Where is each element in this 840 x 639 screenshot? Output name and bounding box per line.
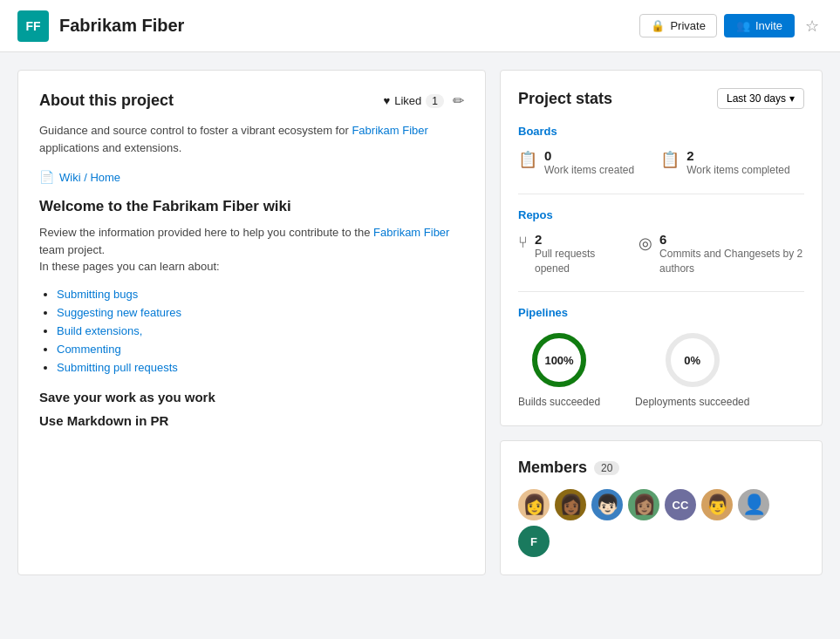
wiki-list: Submitting bugs Suggesting new features …: [39, 288, 464, 374]
liked-count: 1: [426, 94, 444, 108]
avatar[interactable]: 👤: [738, 489, 769, 520]
divider-2: [518, 291, 804, 292]
boards-stat2-number: 2: [686, 148, 789, 163]
members-count: 20: [594, 461, 619, 475]
list-link-5[interactable]: Submitting pull requests: [57, 361, 178, 374]
list-link-3[interactable]: Build extensions,: [57, 324, 142, 337]
builds-circle: 100% Builds succeeded: [518, 330, 600, 408]
members-title: Members: [518, 459, 587, 477]
pipelines-row: 100% Builds succeeded 0% Deployments suc…: [518, 330, 804, 408]
repos-stat-1: ⑂ 2 Pull requests opened: [518, 232, 612, 276]
wiki-footer-2: Use Markdown in PR: [39, 413, 464, 428]
members-header: Members 20: [518, 459, 804, 477]
divider-1: [518, 194, 804, 194]
repos-stat-2: ◎ 6 Commits and Changesets by 2 authors: [639, 232, 804, 276]
boards-stats-row: 📋 0 Work items created 📋 2 Work items co…: [518, 148, 804, 178]
stats-header: Project stats Last 30 days ▾: [518, 88, 804, 109]
stats-title: Project stats: [518, 90, 612, 108]
stats-card: Project stats Last 30 days ▾ Boards 📋 0 …: [500, 70, 823, 426]
about-actions: ♥ Liked 1 ✏: [384, 92, 464, 109]
about-header: About this project ♥ Liked 1 ✏: [39, 92, 464, 110]
desc-plain: Guidance and source control to foster a …: [39, 124, 352, 137]
chevron-down-icon: ▾: [789, 92, 795, 105]
wiki-section-title: Welcome to the Fabrikam Fiber wiki: [39, 198, 464, 215]
deployments-label: Deployments succeeded: [635, 396, 749, 408]
boards-stat1-label: Work items created: [544, 163, 634, 178]
wiki-link-text: Wiki / Home: [59, 171, 120, 184]
repos-stat1-label: Pull requests opened: [535, 247, 612, 276]
boards-stat1-number: 0: [544, 148, 634, 163]
filter-label: Last 30 days: [727, 92, 786, 105]
list-link-2[interactable]: Suggesting new features: [57, 306, 181, 319]
private-label: Private: [670, 19, 705, 32]
boards-stat-1: 📋 0 Work items created: [518, 148, 634, 178]
deployments-pct-text: 0%: [684, 354, 700, 367]
avatar[interactable]: 👦🏻: [591, 489, 623, 520]
header-logo: FF Fabrikam Fiber: [17, 10, 184, 42]
list-item: Submitting pull requests: [57, 361, 464, 374]
pipelines-section-title: Pipelines: [518, 306, 804, 319]
wiki-intro: Review the information provided here to …: [39, 224, 464, 275]
about-panel: About this project ♥ Liked 1 ✏ Guidance …: [17, 70, 486, 575]
liked-button[interactable]: ♥ Liked 1: [384, 94, 444, 108]
liked-label: Liked: [394, 94, 421, 107]
builds-label: Builds succeeded: [518, 396, 600, 408]
repos-section-title: Repos: [518, 208, 804, 221]
repos-stat2-number: 6: [659, 232, 804, 247]
invite-button[interactable]: 👥 Invite: [724, 14, 795, 37]
invite-icon: 👥: [736, 19, 750, 32]
project-title: Fabrikam Fiber: [59, 16, 184, 36]
heart-icon: ♥: [384, 94, 391, 107]
wiki-intro-before: Review the information provided here to …: [39, 226, 373, 239]
invite-label: Invite: [755, 19, 782, 32]
boards-section-title: Boards: [518, 125, 804, 138]
main-content: About this project ♥ Liked 1 ✏ Guidance …: [0, 52, 840, 593]
builds-donut: 100%: [529, 330, 590, 391]
stats-filter-button[interactable]: Last 30 days ▾: [717, 88, 804, 109]
right-panel: Project stats Last 30 days ▾ Boards 📋 0 …: [500, 70, 823, 575]
desc-suffix: applications and extensions.: [39, 141, 181, 154]
repos-stat1-number: 2: [535, 232, 612, 247]
repos-stats-row: ⑂ 2 Pull requests opened ◎ 6 Commits and…: [518, 232, 804, 276]
members-card: Members 20 👩👩🏾👦🏻👩🏽CC👨👤F: [500, 440, 823, 575]
wiki-link[interactable]: 📄 Wiki / Home: [39, 170, 464, 184]
desc-link[interactable]: Fabrikam Fiber: [352, 124, 427, 137]
list-item: Commenting: [57, 343, 464, 356]
avatar[interactable]: 👨: [701, 489, 733, 520]
project-logo: FF: [17, 10, 49, 42]
deployments-donut: 0%: [662, 330, 723, 391]
about-description: Guidance and source control to foster a …: [39, 122, 464, 156]
list-item: Suggesting new features: [57, 306, 464, 319]
avatar[interactable]: 👩🏽: [628, 489, 659, 520]
about-title: About this project: [39, 92, 174, 110]
repo-icon-1: ⑂: [518, 234, 528, 252]
header: FF Fabrikam Fiber 🔒 Private 👥 Invite ☆: [0, 0, 840, 52]
wiki-intro-after: team project.In these pages you can lear…: [39, 243, 220, 274]
wiki-intro-link[interactable]: Fabrikam Fiber: [373, 226, 449, 239]
list-link-1[interactable]: Submitting bugs: [57, 288, 138, 301]
avatar[interactable]: 👩: [518, 489, 550, 520]
private-button[interactable]: 🔒 Private: [639, 14, 716, 37]
edit-button[interactable]: ✏: [453, 92, 464, 109]
star-button[interactable]: ☆: [802, 13, 823, 39]
lock-icon: 🔒: [651, 19, 665, 32]
board-icon-2: 📋: [660, 150, 680, 169]
wiki-footer-1: Save your work as you work: [39, 390, 464, 404]
wiki-icon: 📄: [39, 170, 54, 184]
avatar[interactable]: CC: [665, 489, 696, 520]
avatars-row: 👩👩🏾👦🏻👩🏽CC👨👤F: [518, 489, 804, 557]
builds-pct-text: 100%: [544, 354, 573, 367]
list-item: Submitting bugs: [57, 288, 464, 301]
avatar[interactable]: F: [518, 526, 550, 557]
avatar[interactable]: 👩🏾: [555, 489, 586, 520]
repos-stat2-label: Commits and Changesets by 2 authors: [659, 247, 804, 276]
header-actions: 🔒 Private 👥 Invite ☆: [639, 13, 823, 39]
list-link-4[interactable]: Commenting: [57, 343, 121, 356]
repo-icon-2: ◎: [639, 234, 652, 253]
list-item: Build extensions,: [57, 324, 464, 337]
deployments-circle: 0% Deployments succeeded: [635, 330, 749, 408]
boards-stat-2: 📋 2 Work items completed: [660, 148, 789, 178]
boards-stat2-label: Work items completed: [686, 163, 789, 178]
board-icon-1: 📋: [518, 150, 537, 169]
